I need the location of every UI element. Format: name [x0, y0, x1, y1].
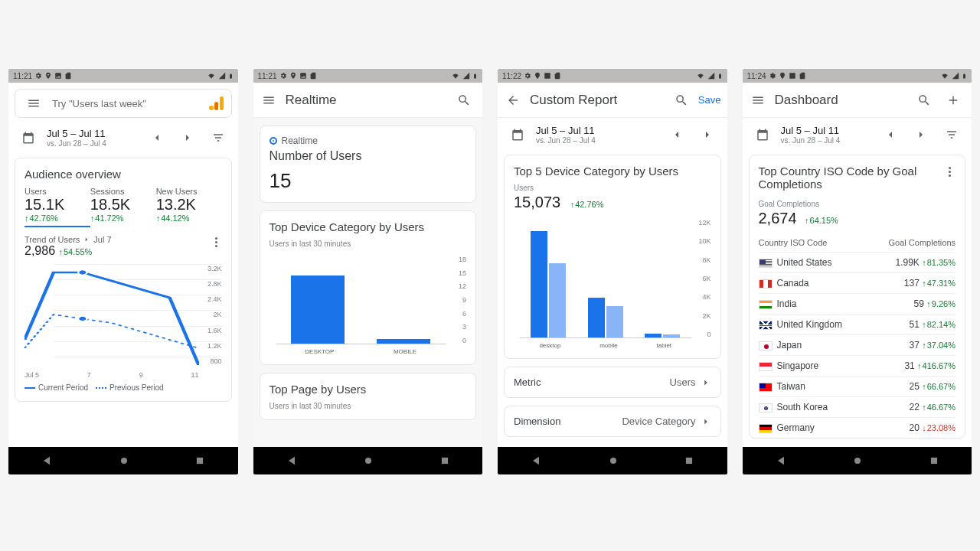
calendar-icon	[750, 122, 775, 147]
home-icon[interactable]	[362, 455, 374, 467]
date-range: Jul 5 – Jul 11	[47, 128, 139, 139]
home-icon[interactable]	[851, 455, 864, 467]
dimension-picker[interactable]: Dimension Device Category	[504, 406, 721, 437]
menu-icon[interactable]	[256, 88, 281, 112]
table-row[interactable]: Japan 37 37.04%	[759, 335, 956, 356]
device-grouped-bar-chart[interactable]: 12K10K8K6K4K2K0 desktopmobiletablet	[514, 219, 711, 349]
clock: 11:21	[258, 72, 277, 80]
date-range-bar[interactable]: Jul 5 – Jul 11 vs. Jun 28 – Jul 4	[743, 118, 972, 155]
back-icon[interactable]	[530, 455, 542, 467]
home-icon[interactable]	[607, 455, 619, 467]
home-icon[interactable]	[118, 455, 130, 467]
status-bar: 11:24	[743, 69, 972, 83]
recents-icon[interactable]	[684, 455, 694, 466]
flag-icon	[759, 383, 773, 392]
add-icon[interactable]	[941, 88, 965, 112]
svg-rect-6	[197, 458, 203, 464]
pin-icon	[44, 72, 52, 80]
gear-icon	[279, 72, 287, 80]
menu-icon[interactable]	[746, 88, 770, 112]
recents-icon[interactable]	[439, 455, 450, 466]
date-range-bar[interactable]: Jul 5 – Jul 11 vs. Jun 28 – Jul 4	[8, 121, 238, 158]
date-compare: vs. Jun 28 – Jul 4	[47, 139, 139, 148]
country-table: Country ISO Code Goal Completions United…	[759, 233, 956, 438]
back-icon[interactable]	[775, 455, 787, 467]
pin-icon	[289, 72, 297, 80]
status-bar: 11:21	[253, 69, 483, 83]
top-device-users-card: Top 5 Device Category by Users Users 15,…	[504, 155, 721, 359]
signal-icon	[218, 72, 226, 80]
metric-picker[interactable]: Metric Users	[504, 367, 721, 398]
col-country: Country ISO Code	[759, 233, 868, 253]
card-title: Top Device Category by Users	[270, 220, 467, 233]
radio-icon	[270, 137, 277, 145]
card-value: 2,674	[759, 210, 797, 227]
search-icon[interactable]	[669, 88, 694, 112]
date-range-bar[interactable]: Jul 5 – Jul 11 vs. Jun 28 – Jul 4	[498, 118, 727, 155]
chevron-right-icon	[701, 377, 711, 388]
signal-icon	[952, 72, 959, 80]
sd-card-icon	[309, 72, 317, 80]
svg-rect-1	[214, 102, 218, 110]
svg-rect-8	[442, 458, 448, 464]
recents-icon[interactable]	[929, 455, 939, 466]
device-bar-chart[interactable]: 1815129630 DESKTOPMOBILE	[270, 256, 467, 355]
svg-point-9	[610, 458, 616, 464]
more-icon[interactable]	[944, 165, 956, 179]
app-bar: Dashboard	[743, 83, 972, 118]
svg-point-5	[121, 458, 127, 464]
menu-icon[interactable]	[21, 91, 46, 116]
flag-icon	[759, 321, 773, 330]
svg-point-0	[209, 106, 214, 110]
app-bar: Realtime	[253, 83, 483, 118]
table-row[interactable]: South Korea 22 46.67%	[759, 397, 956, 418]
table-row[interactable]: Taiwan 25 66.67%	[759, 377, 956, 397]
sd-card-icon	[64, 72, 72, 80]
flag-icon	[759, 259, 773, 268]
gear-icon	[34, 72, 42, 80]
wifi-icon	[451, 72, 460, 80]
recents-icon[interactable]	[194, 455, 205, 466]
metric-users[interactable]: Users 15.1K 42.76%	[24, 187, 90, 227]
flag-icon	[759, 362, 773, 371]
flag-icon	[759, 279, 773, 289]
search-pill[interactable]: Try "Users last week"	[15, 89, 232, 118]
more-icon[interactable]	[211, 235, 222, 258]
audience-overview-card: Audience overview Users 15.1K 42.76% Ses…	[15, 158, 232, 402]
image-icon	[54, 72, 62, 80]
table-row[interactable]: Singapore 31 416.67%	[759, 356, 956, 377]
svg-rect-2	[220, 96, 224, 110]
battery-icon	[228, 72, 234, 80]
app-bar: Try "Users last week"	[8, 83, 238, 121]
table-row[interactable]: Germany 20 23.08%	[759, 418, 956, 439]
prev-period-button[interactable]	[665, 122, 689, 147]
prev-period-button[interactable]	[878, 122, 903, 147]
search-icon[interactable]	[452, 88, 476, 112]
back-icon[interactable]	[286, 455, 298, 467]
next-period-button[interactable]	[175, 126, 200, 150]
table-row[interactable]: Canada 137 47.31%	[759, 273, 956, 294]
android-nav-bar	[743, 447, 972, 474]
prev-period-button[interactable]	[145, 126, 169, 150]
back-icon[interactable]	[501, 88, 525, 112]
metric-sessions[interactable]: Sessions 18.5K 41.72%	[90, 187, 156, 227]
trend-line-chart[interactable]: 3.2K2.8K2.4K2K1.6K1.2K800 Jul 57911	[24, 264, 222, 379]
table-row[interactable]: United Kingdom 51 82.14%	[759, 315, 956, 335]
search-icon[interactable]	[912, 88, 936, 112]
metric-new-users[interactable]: New Users 13.2K 44.12%	[156, 187, 222, 227]
flag-icon	[759, 300, 773, 309]
back-icon[interactable]	[41, 455, 53, 467]
realtime-users-card: Realtime Number of Users 15	[260, 126, 477, 203]
table-row[interactable]: United States 1.99K 81.35%	[759, 253, 956, 273]
sd-card-icon	[799, 72, 806, 80]
filter-icon[interactable]	[939, 122, 964, 147]
table-row[interactable]: India 59 9.26%	[759, 294, 956, 315]
filter-icon[interactable]	[206, 126, 230, 150]
android-nav-bar	[253, 447, 483, 474]
next-period-button[interactable]	[909, 122, 933, 147]
next-period-button[interactable]	[695, 122, 720, 147]
card-delta: 64.15%	[805, 216, 838, 225]
signal-icon	[707, 72, 715, 80]
save-button[interactable]: Save	[698, 94, 721, 106]
metric-value: 15	[270, 169, 467, 193]
